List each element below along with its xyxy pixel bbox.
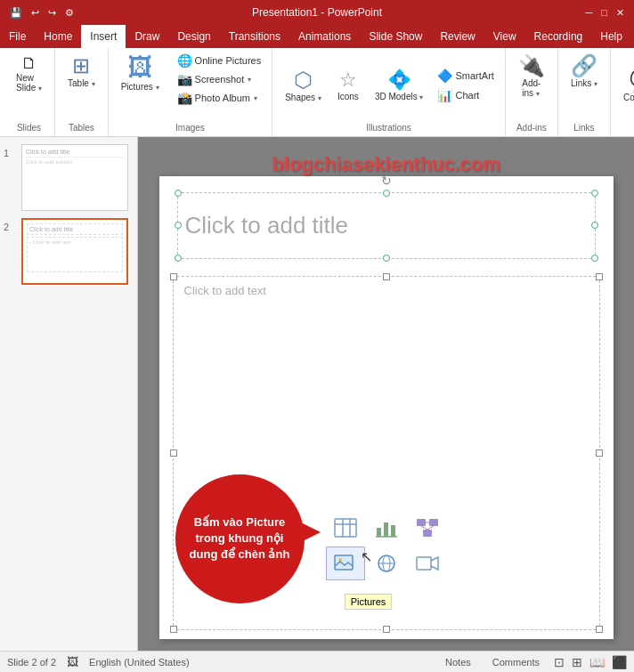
svg-rect-5 bbox=[384, 522, 388, 537]
slides-group-label: Slides bbox=[17, 119, 41, 133]
content-resize-tl[interactable] bbox=[170, 273, 177, 280]
resize-handle-bm[interactable] bbox=[383, 255, 390, 262]
resize-handle-bl[interactable] bbox=[175, 255, 182, 262]
slide-canvas[interactable]: Click to add title ↻ Click to add text bbox=[159, 176, 614, 639]
insert-pictures-icon[interactable] bbox=[326, 547, 365, 580]
view-normal-icon[interactable]: ⊡ bbox=[554, 655, 565, 669]
pictures-tooltip: Pictures bbox=[345, 594, 393, 610]
status-bar: Slide 2 of 2 🖼 English (United States) N… bbox=[0, 651, 634, 672]
links-button[interactable]: 🔗 Links ▾ bbox=[564, 52, 605, 92]
comment-button[interactable]: 💬 Comment bbox=[616, 66, 634, 106]
quick-access-toolbar[interactable]: 💾 ↩ ↪ ⚙ bbox=[7, 5, 77, 20]
view-reading-icon[interactable]: 📖 bbox=[589, 655, 605, 669]
minimize-btn[interactable]: ─ bbox=[583, 5, 596, 20]
menu-help[interactable]: Help bbox=[591, 25, 631, 48]
smartart-button[interactable]: 🔷 SmartArt bbox=[432, 67, 499, 85]
online-pictures-button[interactable]: 🌐 Online Pictures bbox=[172, 52, 267, 69]
resize-handle-tm[interactable] bbox=[383, 190, 390, 197]
cursor: ↖ bbox=[361, 548, 372, 565]
content-resize-bl[interactable] bbox=[170, 626, 177, 633]
content-resize-tr[interactable] bbox=[596, 273, 603, 280]
tables-group-label: Tables bbox=[69, 119, 94, 133]
svg-rect-6 bbox=[391, 525, 395, 537]
maximize-btn[interactable]: □ bbox=[598, 5, 610, 20]
window-title: Presentation1 - PowerPoint bbox=[252, 6, 382, 19]
rotate-handle[interactable]: ↻ bbox=[381, 174, 392, 188]
notes-button[interactable]: Notes bbox=[438, 655, 478, 669]
menu-recording[interactable]: Recording bbox=[525, 25, 592, 48]
view-presenter-icon[interactable]: ⬛ bbox=[612, 655, 627, 669]
main-area: 1 Click to add title Click to add subtit… bbox=[0, 137, 634, 651]
undo-btn[interactable]: ↩ bbox=[28, 5, 42, 20]
save-btn[interactable]: 💾 bbox=[7, 5, 25, 20]
svg-rect-14 bbox=[335, 555, 353, 570]
slide-preview-1[interactable]: Click to add title Click to add subtitle bbox=[21, 144, 128, 211]
menu-animations[interactable]: Animations bbox=[289, 25, 360, 48]
shapes-button[interactable]: ⬡ Shapes ▾ bbox=[278, 66, 329, 106]
slide-preview-2[interactable]: Click to add title • Click to add text bbox=[21, 218, 128, 285]
addins-button[interactable]: 🔌 Add-ins ▾ bbox=[511, 52, 552, 101]
svg-rect-8 bbox=[417, 519, 426, 526]
resize-handle-tl[interactable] bbox=[175, 190, 182, 197]
close-btn[interactable]: ✕ bbox=[614, 5, 627, 20]
menu-home[interactable]: Home bbox=[35, 25, 81, 48]
icons-button[interactable]: ☆ Icons bbox=[330, 67, 366, 105]
menu-design[interactable]: Design bbox=[168, 25, 219, 48]
menu-file[interactable]: File bbox=[0, 25, 35, 48]
slide-count: Slide 2 of 2 bbox=[7, 657, 56, 668]
ribbon-group-comments: 💬 Comment A Text ▾ Comments bbox=[611, 48, 634, 136]
resize-handle-mr[interactable] bbox=[591, 222, 598, 229]
svg-rect-0 bbox=[335, 519, 356, 537]
menu-review[interactable]: Review bbox=[431, 25, 484, 48]
images-small-group: 🌐 Online Pictures 📷 Screenshot ▾ 📸 Photo… bbox=[172, 52, 267, 107]
slide-icon: 🖼 bbox=[67, 655, 78, 668]
slide-number-2: 2 bbox=[4, 222, 16, 232]
content-area: blogchiasekienthuc.com Click to add titl… bbox=[138, 137, 634, 651]
svg-line-13 bbox=[427, 526, 434, 530]
slides-panel: 1 Click to add title Click to add subtit… bbox=[0, 137, 138, 651]
menu-transitions[interactable]: Transitions bbox=[220, 25, 289, 48]
svg-rect-10 bbox=[423, 530, 432, 537]
insert-smartart-icon[interactable] bbox=[408, 511, 447, 545]
table-button[interactable]: ⊞ Table ▾ bbox=[61, 52, 102, 92]
resize-handle-tr[interactable] bbox=[591, 190, 598, 197]
content-resize-mr[interactable] bbox=[596, 449, 603, 457]
menu-draw[interactable]: Draw bbox=[126, 25, 168, 48]
content-resize-tm[interactable] bbox=[383, 273, 390, 280]
slide-thumb-2[interactable]: 2 Click to add title • Click to add text bbox=[4, 218, 134, 285]
pictures-button[interactable]: 🖼 Pictures ▾ bbox=[114, 52, 167, 95]
insert-table-icon[interactable] bbox=[326, 511, 365, 545]
ribbon-group-tables: ⊞ Table ▾ Tables bbox=[55, 48, 109, 136]
slide-title-placeholder: Click to add title bbox=[185, 212, 349, 239]
chart-button[interactable]: 📊 Chart bbox=[432, 86, 499, 104]
screenshot-button[interactable]: 📷 Screenshot ▾ bbox=[172, 70, 267, 88]
window-controls[interactable]: ─ □ ✕ bbox=[583, 5, 627, 20]
3d-models-button[interactable]: 💠 3D Models ▾ bbox=[368, 67, 431, 105]
resize-handle-br[interactable] bbox=[591, 255, 598, 262]
ribbon-group-illustrations: ⬡ Shapes ▾ ☆ Icons 💠 3D Models ▾ 🔷 Smart… bbox=[272, 48, 506, 136]
content-placeholder[interactable]: Click to add text bbox=[174, 277, 599, 304]
new-slide-button[interactable]: 🗋 NewSlide ▾ bbox=[9, 52, 49, 96]
ribbon: 🗋 NewSlide ▾ Slides ⊞ Table ▾ Tables 🖼 P… bbox=[0, 48, 634, 137]
content-resize-bm[interactable] bbox=[383, 626, 390, 633]
slide-preview-inner-1: Click to add title Click to add subtitle bbox=[22, 145, 127, 210]
view-sorter-icon[interactable]: ⊞ bbox=[572, 655, 582, 669]
content-icons-grid bbox=[326, 511, 447, 580]
resize-handle-ml[interactable] bbox=[175, 222, 182, 229]
callout-bubble: Bấm vào Picture trong khung nội dung để … bbox=[175, 474, 305, 603]
customize-btn[interactable]: ⚙ bbox=[62, 5, 77, 20]
menu-view[interactable]: View bbox=[484, 25, 525, 48]
menu-insert[interactable]: Insert bbox=[81, 25, 126, 48]
menu-slideshow[interactable]: Slide Show bbox=[360, 25, 431, 48]
insert-video-icon[interactable] bbox=[408, 547, 447, 580]
content-resize-ml[interactable] bbox=[170, 449, 177, 457]
ribbon-group-slides: 🗋 NewSlide ▾ Slides bbox=[4, 48, 55, 136]
content-resize-br[interactable] bbox=[596, 626, 603, 633]
slide-title-area[interactable]: Click to add title ↻ bbox=[177, 192, 596, 259]
redo-btn[interactable]: ↪ bbox=[45, 5, 59, 20]
photo-album-button[interactable]: 📸 Photo Album ▾ bbox=[172, 89, 267, 107]
insert-online-pictures-icon[interactable] bbox=[367, 547, 406, 580]
comments-button[interactable]: Comments bbox=[485, 655, 547, 669]
insert-chart-icon[interactable] bbox=[367, 511, 406, 545]
slide-thumb-1[interactable]: 1 Click to add title Click to add subtit… bbox=[4, 144, 134, 211]
